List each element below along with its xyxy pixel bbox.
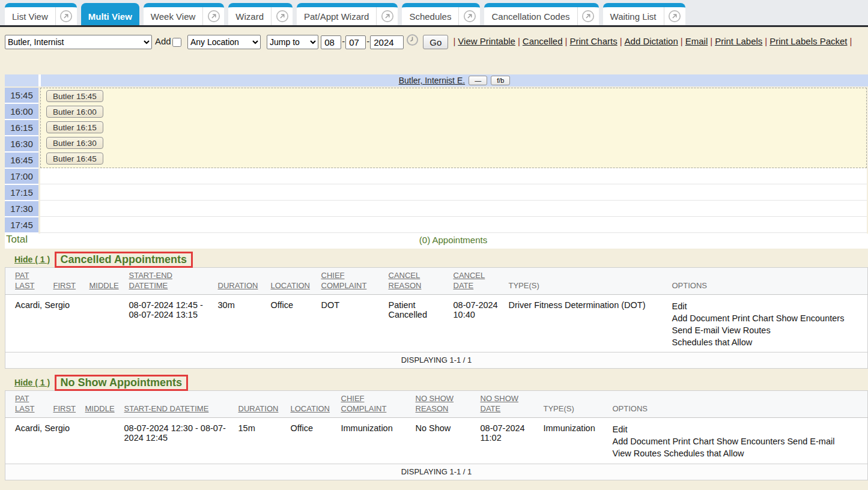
tab-list-view[interactable]: List View: [5, 3, 77, 25]
toolbar-link-print-labels-packet[interactable]: Print Labels Packet: [769, 36, 847, 46]
options-line[interactable]: Schedules that Allow: [672, 336, 863, 348]
tab-multi-view[interactable]: Multi View: [81, 3, 139, 25]
sort-link[interactable]: DURATION: [218, 281, 258, 290]
column-header-pat-last[interactable]: PAT LAST: [5, 391, 49, 418]
sort-link[interactable]: PAT LAST: [15, 271, 35, 290]
toolbar-link-print-charts[interactable]: Print Charts: [569, 36, 617, 46]
options-line[interactable]: Edit: [613, 423, 863, 435]
column-header-duration[interactable]: DURATION: [213, 268, 266, 295]
tab-pat-appt-wizard[interactable]: Pat/Appt Wizard: [297, 3, 398, 25]
tab-cancellation-codes[interactable]: Cancellation Codes: [484, 3, 598, 25]
sort-link[interactable]: FIRST: [53, 404, 76, 413]
sort-link[interactable]: MIDDLE: [90, 281, 119, 290]
column-header-chief-complaint[interactable]: CHIEF COMPLAINT: [317, 268, 384, 295]
sort-link[interactable]: CHIEF COMPLAINT: [321, 271, 367, 290]
options-line[interactable]: Add Document Print Chart Show Encounters…: [613, 435, 863, 447]
open-new-window-icon[interactable]: [55, 7, 77, 25]
column-header-start-end-datetime[interactable]: START-END DATETIME: [124, 268, 213, 295]
toolbar-link-cancelled[interactable]: Cancelled: [523, 36, 563, 46]
toolbar-link-print-labels[interactable]: Print Labels: [715, 36, 762, 46]
cancelled-hide-link[interactable]: Hide ( 1 ): [14, 255, 50, 264]
time-label-17-15: 17:15: [5, 185, 38, 200]
tab-week-view[interactable]: Week View: [144, 3, 224, 25]
empty-slot-row: [40, 168, 867, 184]
sort-link[interactable]: CANCEL DATE: [454, 271, 485, 290]
link-separator: |: [708, 36, 715, 46]
sort-link[interactable]: LOCATION: [271, 281, 311, 290]
slot-button-butler-16-45[interactable]: Butler 16:45: [46, 153, 103, 165]
column-header-start-end-datetime[interactable]: START-END DATETIME: [120, 391, 234, 418]
column-header-cancel-date[interactable]: CANCEL DATE: [449, 268, 504, 295]
sort-link[interactable]: DURATION: [238, 404, 279, 413]
fb-button[interactable]: f/b: [491, 76, 510, 85]
tab-wizard[interactable]: Wizard: [228, 3, 293, 25]
sort-link[interactable]: PAT LAST: [15, 394, 35, 413]
jump-to-select[interactable]: Jump to: [267, 35, 318, 49]
sort-link[interactable]: CHIEF COMPLAINT: [341, 394, 387, 413]
column-header-duration[interactable]: DURATION: [234, 391, 286, 418]
schedule-area: Butler 15:45Butler 16:00Butler 16:15Butl…: [40, 88, 867, 234]
slot-button-butler-16-00[interactable]: Butler 16:00: [46, 106, 103, 118]
tab-label: Waiting List: [603, 11, 664, 22]
cell-middle: [80, 418, 120, 464]
column-header-cancel-reason[interactable]: CANCEL REASON: [384, 268, 449, 295]
options-line[interactable]: Send E-mail View Routes: [672, 324, 863, 336]
column-header-location[interactable]: LOCATION: [266, 268, 317, 295]
add-checkbox[interactable]: [172, 38, 181, 47]
cell-location: Office: [286, 418, 336, 464]
sort-link[interactable]: FIRST: [53, 281, 76, 290]
column-header-pat-last[interactable]: PAT LAST: [5, 268, 49, 295]
cell-pat-last: Acardi, Sergio: [5, 295, 49, 352]
total-row: Total (0) Appointments: [5, 234, 868, 249]
displaying-count: DISPLAYING 1-1 / 1: [5, 464, 868, 480]
cell-cancel-reason: Patient Cancelled: [384, 295, 449, 352]
tab-schedules[interactable]: Schedules: [402, 3, 480, 25]
options-line[interactable]: View Routes Schedules that Allow: [613, 447, 863, 459]
open-new-window-icon[interactable]: [577, 7, 599, 25]
date-month-input[interactable]: [321, 35, 341, 49]
go-button[interactable]: Go: [423, 35, 448, 49]
options-line[interactable]: Add Document Print Chart Show Encounters: [672, 312, 863, 324]
toolbar-link-view-printable[interactable]: View Printable: [458, 36, 515, 46]
column-header-first[interactable]: FIRST: [49, 391, 80, 418]
location-select[interactable]: Any Location: [187, 35, 261, 49]
open-new-window-icon[interactable]: [664, 7, 685, 25]
open-new-window-icon[interactable]: [458, 7, 480, 25]
options-line[interactable]: Edit: [672, 300, 863, 312]
sort-link[interactable]: START-END DATETIME: [129, 271, 172, 290]
open-new-window-icon[interactable]: [202, 7, 224, 25]
clock-icon[interactable]: [406, 34, 419, 50]
toolbar-link-email[interactable]: Email: [685, 36, 708, 46]
cell-chief-complaint: DOT: [317, 295, 384, 352]
column-header-chief-complaint[interactable]: CHIEF COMPLAINT: [336, 391, 411, 418]
column-header-location[interactable]: LOCATION: [286, 391, 336, 418]
slot-button-butler-15-45[interactable]: Butler 15:45: [46, 90, 103, 102]
toolbar-link-add-dictation[interactable]: Add Dictation: [625, 36, 678, 46]
open-new-window-icon[interactable]: [271, 7, 293, 25]
sort-link[interactable]: CANCEL REASON: [389, 271, 422, 290]
date-year-input[interactable]: [370, 35, 404, 49]
tab-waiting-list[interactable]: Waiting List: [603, 3, 685, 25]
slot-button-butler-16-15[interactable]: Butler 16:15: [46, 121, 103, 133]
column-header-middle[interactable]: MIDDLE: [80, 391, 120, 418]
collapse-button[interactable]: —: [469, 76, 487, 85]
sort-link[interactable]: LOCATION: [291, 404, 330, 413]
column-header-middle[interactable]: MIDDLE: [85, 268, 124, 295]
open-new-window-icon[interactable]: [376, 7, 398, 25]
column-header-no-show-date[interactable]: NO SHOW DATE: [476, 391, 539, 418]
time-label-15-45: 15:45: [5, 88, 38, 103]
column-header-no-show-reason[interactable]: NO SHOW REASON: [411, 391, 476, 418]
provider-link[interactable]: Butler, Internist E.: [399, 76, 466, 85]
sort-link[interactable]: NO SHOW DATE: [481, 394, 519, 413]
cell-chief-complaint: Immunization: [336, 418, 411, 464]
slot-button-butler-16-30[interactable]: Butler 16:30: [46, 137, 103, 149]
sort-link[interactable]: MIDDLE: [85, 404, 115, 413]
tab-label: Wizard: [228, 11, 271, 22]
sort-link[interactable]: START-END DATETIME: [124, 404, 209, 413]
provider-select[interactable]: Butler, Internist: [5, 35, 152, 49]
cancelled-section-title: Cancelled Appointments: [61, 253, 187, 265]
date-day-input[interactable]: [345, 35, 366, 49]
noshow-hide-link[interactable]: Hide ( 1 ): [14, 378, 50, 387]
sort-link[interactable]: NO SHOW REASON: [416, 394, 454, 413]
column-header-first[interactable]: FIRST: [49, 268, 85, 295]
